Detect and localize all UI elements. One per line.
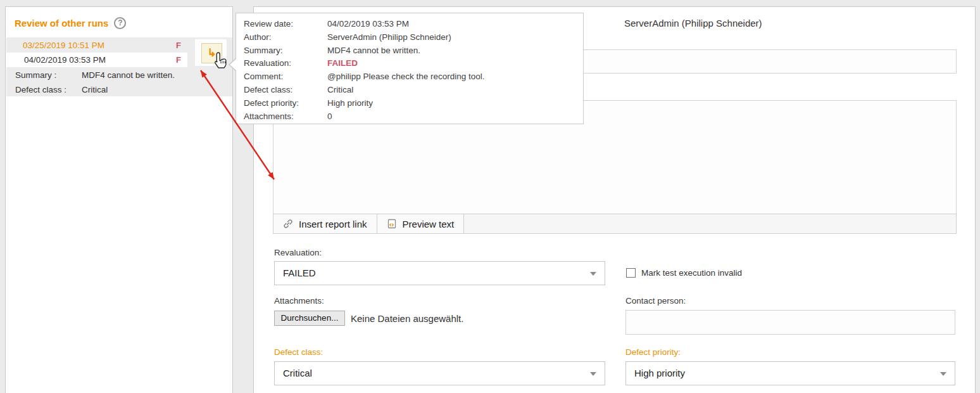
revaluation-selected-value: FAILED	[283, 267, 316, 278]
author-display: ServerAdmin (Philipp Schneider)	[624, 18, 762, 29]
tooltip-label: Attachments:	[244, 110, 327, 124]
comment-toolbar: Insert report link Preview text	[273, 214, 957, 234]
tooltip-label: Review date:	[244, 18, 327, 31]
tooltip-row: Review date: 04/02/2019 03:53 PM	[244, 18, 583, 31]
panel-title-text: Review of other runs	[15, 18, 108, 29]
chevron-down-icon	[590, 372, 596, 376]
summary-value: MDF4 cannot be written.	[82, 68, 175, 82]
attachments-label: Attachments:	[274, 296, 324, 306]
defect-priority-selected-value: High priority	[634, 368, 685, 378]
browse-files-button[interactable]: Durchsuchen...	[274, 311, 345, 326]
insert-report-link-label: Insert report link	[299, 219, 367, 229]
run-verdict-flag: F	[176, 53, 181, 67]
tooltip-row: Attachments: 0	[244, 110, 583, 124]
summary-label: Summary :	[15, 68, 56, 82]
contact-person-label: Contact person:	[625, 296, 686, 306]
tooltip-label: Summary:	[244, 44, 327, 58]
tooltip-value: 0	[327, 110, 583, 124]
mark-invalid-label: Mark test execution invalid	[641, 268, 742, 278]
preview-text-icon	[387, 219, 397, 229]
run-verdict-flag: F	[176, 39, 181, 53]
tooltip-label: Defect class:	[244, 84, 327, 97]
tooltip-label: Defect priority:	[244, 97, 327, 110]
tooltip-label: Comment:	[244, 70, 327, 84]
tooltip-row: Defect priority: High priority	[244, 97, 583, 110]
panel-title: Review of other runs ?	[15, 17, 126, 29]
defect-class-label: Defect class:	[274, 347, 323, 357]
run-date: 03/25/2019 10:51 PM	[23, 39, 104, 53]
tooltip-row: Defect class: Critical	[244, 84, 583, 97]
tooltip-label: Author:	[244, 31, 327, 44]
contact-person-input[interactable]	[625, 310, 955, 335]
tooltip-value: Critical	[327, 84, 583, 97]
preview-text-button[interactable]: Preview text	[377, 214, 465, 233]
tooltip-row: Author: ServerAdmin (Philipp Schneider)	[244, 31, 583, 44]
preview-text-label: Preview text	[403, 219, 455, 229]
tooltip-value: MDF4 cannot be written.	[327, 44, 583, 58]
run-date: 04/02/2019 03:53 PM	[24, 53, 106, 67]
mark-invalid-checkbox[interactable]	[626, 268, 636, 278]
chevron-down-icon	[590, 272, 596, 276]
link-icon	[283, 219, 293, 229]
defect-priority-label: Defect priority:	[625, 347, 681, 357]
no-file-selected-text: Keine Dateien ausgewählt.	[351, 312, 463, 325]
defect-class-selected-value: Critical	[283, 368, 312, 378]
defect-priority-select[interactable]: High priority	[625, 361, 955, 385]
chevron-down-icon	[940, 372, 946, 376]
run-summary-row: Summary : MDF4 cannot be written.	[6, 68, 232, 82]
tooltip-value: ServerAdmin (Philipp Schneider)	[327, 31, 583, 44]
insert-report-link-button[interactable]: Insert report link	[273, 214, 377, 233]
tooltip-value: 04/02/2019 03:53 PM	[327, 18, 583, 31]
tooltip-revaluation-value: FAILED	[327, 57, 583, 70]
help-icon[interactable]: ?	[114, 17, 126, 29]
defect-class-value: Critical	[82, 83, 108, 97]
tooltip-value: @philipp Please check the recording tool…	[327, 70, 583, 84]
tooltip-row: Summary: MDF4 cannot be written.	[244, 44, 583, 58]
review-screen: Review of other runs ? 03/25/2019 10:51 …	[0, 0, 980, 393]
run-defect-class-row: Defect class : Critical	[6, 83, 232, 97]
tooltip-label: Revaluation:	[244, 57, 327, 70]
review-of-other-runs-panel: Review of other runs ? 03/25/2019 10:51 …	[5, 6, 233, 393]
tooltip-value: High priority	[327, 97, 583, 110]
defect-class-label: Defect class :	[15, 83, 66, 97]
revaluation-select[interactable]: FAILED	[274, 261, 605, 285]
defect-class-select[interactable]: Critical	[274, 361, 605, 385]
run-list-item[interactable]: 04/02/2019 03:53 PM F	[6, 53, 196, 67]
tooltip-row: Revaluation: FAILED	[244, 57, 583, 70]
runs-list: 03/25/2019 10:51 PM F 04/02/2019 03:53 P…	[6, 37, 232, 96]
tooltip-row: Comment: @philipp Please check the recor…	[244, 70, 583, 84]
apply-review-button[interactable]: ↳	[201, 43, 222, 63]
run-details-tooltip: Review date: 04/02/2019 03:53 PM Author:…	[236, 13, 584, 124]
run-list-item[interactable]: 03/25/2019 10:51 PM F	[6, 39, 196, 53]
revaluation-label: Revaluation:	[274, 248, 322, 257]
